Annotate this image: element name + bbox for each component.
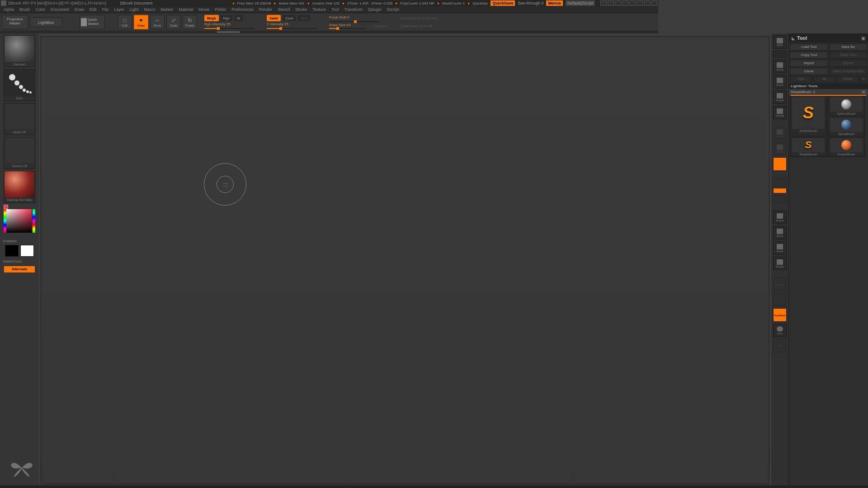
menu-layer[interactable]: Layer: [114, 7, 124, 12]
zsub-button[interactable]: Zsub: [283, 15, 296, 21]
quicksave-button[interactable]: QuickSave: [491, 0, 515, 6]
menu-preferences[interactable]: Preferences: [231, 7, 254, 12]
scale-mode-button[interactable]: ⤢Scale: [166, 15, 181, 29]
menu-stroke[interactable]: Stroke: [295, 7, 307, 12]
color-picker[interactable]: [4, 205, 35, 237]
document-canvas[interactable]: ⬚: [41, 36, 658, 369]
stat-atime: ATime› 0.028: [371, 1, 392, 5]
menu-brush[interactable]: Brush: [19, 7, 30, 12]
material-selector[interactable]: MatCap Red Wax: [4, 171, 35, 203]
draw-size-slider[interactable]: Draw Size 64: [329, 23, 370, 27]
canvas-wrap: ⬚: [39, 33, 658, 369]
menu-render[interactable]: Render: [259, 7, 273, 12]
brush-selector[interactable]: Standard: [4, 35, 35, 67]
menu-file[interactable]: File: [102, 7, 109, 12]
menu-light[interactable]: Light: [130, 7, 139, 12]
primary-color[interactable]: [20, 245, 34, 257]
minimize-icon[interactable]: [637, 0, 643, 6]
menu-macro[interactable]: Macro: [144, 7, 155, 12]
help-icon[interactable]: [629, 0, 636, 6]
gradient-toggle[interactable]: Gradient: [1, 239, 17, 243]
secondary-color[interactable]: [5, 245, 19, 257]
switch-color-button[interactable]: SwitchColor: [1, 258, 24, 264]
dynamic-toggle[interactable]: Dynamic: [373, 24, 387, 28]
stat-freemem: Free Mem 28.256GB: [237, 1, 271, 5]
menu-material[interactable]: Material: [179, 7, 193, 12]
current-color-swatch[interactable]: [4, 205, 8, 209]
menu-edit[interactable]: Edit: [90, 7, 97, 12]
default-script[interactable]: DefaultZScript: [566, 0, 595, 6]
app-title: ZBrush 4R7 P3 [x64][SIUH-QEYF-QWEO-LJTI-…: [8, 1, 106, 5]
stroke-label: Dots: [16, 96, 23, 101]
menu-tool[interactable]: Tool: [331, 7, 339, 12]
lightbox-button[interactable]: LightBox: [30, 17, 62, 27]
app-logo-icon[interactable]: [1, 0, 6, 6]
z-intensity-slider[interactable]: Z Intensity 25: [267, 22, 307, 26]
layout-3-icon[interactable]: [622, 0, 628, 6]
draw-mode-button[interactable]: ✦Draw: [134, 15, 148, 29]
stat-meshcount: MeshCount› 1: [442, 1, 465, 5]
menu-color[interactable]: Color: [36, 7, 46, 12]
seethrough-slider[interactable]: See-through 0: [518, 1, 543, 5]
alpha-selector[interactable]: Alpha Off: [4, 103, 35, 135]
material-label: MatCap Red Wax: [7, 197, 32, 202]
texture-selector[interactable]: Texture Off: [4, 137, 35, 169]
projection-master-button[interactable]: Projection Master: [2, 15, 28, 29]
menu-transform[interactable]: Transform: [344, 7, 363, 12]
stat-quicksav: QuickSav: [472, 1, 488, 5]
menu-stencil[interactable]: Stencil: [278, 7, 290, 12]
menu-alpha[interactable]: Alpha: [4, 7, 14, 12]
menu-draw[interactable]: Draw: [75, 7, 84, 12]
menu-movie[interactable]: Movie: [198, 7, 209, 12]
rgb-intensity-slider[interactable]: Rgb Intensity 25: [204, 22, 245, 26]
top-toolbar: Projection Master LightBox Quick Sketch …: [0, 13, 658, 31]
rotate-mode-button[interactable]: ↻Rotate: [183, 15, 197, 29]
rgb-button[interactable]: Rgb: [221, 15, 233, 21]
document-name: ZBrush Document: [120, 1, 153, 5]
quick-sketch-icon: [81, 18, 87, 26]
texture-label: Texture Off: [12, 164, 27, 169]
focal-shift-slider[interactable]: Focal Shift 0: [329, 15, 370, 19]
alpha-label: Alpha Off: [13, 130, 26, 135]
active-points: ActivePoints: 2.044 Mil: [400, 16, 437, 20]
menu-zscript[interactable]: Zscript: [387, 7, 399, 12]
maximize-icon[interactable]: [644, 0, 650, 6]
move-mode-button[interactable]: ↔Move: [150, 15, 165, 29]
zadd-button[interactable]: Zadd: [267, 15, 281, 21]
brush-cursor-icon: ⬚: [204, 163, 246, 206]
close-icon[interactable]: [651, 0, 657, 6]
stat-polycount: PolyCount› 2.043 MP: [400, 1, 434, 5]
menu-marker[interactable]: Marker: [160, 7, 173, 12]
layout-2-icon[interactable]: [615, 0, 621, 6]
menubar: Alpha Brush Color Document Draw Edit Fil…: [0, 6, 658, 13]
brush-label: Standard: [13, 62, 26, 67]
stat-scratch: Scratch Disk 103: [312, 1, 340, 5]
config-icon[interactable]: [600, 0, 607, 6]
zcut-button[interactable]: Zcut: [298, 15, 311, 21]
menu-document[interactable]: Document: [51, 7, 69, 12]
stroke-selector[interactable]: Dots: [4, 69, 35, 101]
stat-activemem: Active Mem 451: [278, 1, 304, 5]
menus-button[interactable]: Menus: [546, 0, 563, 6]
edit-mode-button[interactable]: □Edit: [118, 15, 132, 29]
mrgb-button[interactable]: Mrgb: [204, 15, 219, 21]
menu-texture[interactable]: Texture: [312, 7, 326, 12]
alternate-button[interactable]: Alternate: [4, 266, 35, 272]
quick-sketch-label: Quick Sketch: [88, 18, 104, 26]
menu-zplugin[interactable]: Zplugin: [368, 7, 382, 12]
total-points: TotalPoints: 2.44 Mil: [400, 24, 437, 28]
titlebar: ZBrush 4R7 P3 [x64][SIUH-QEYF-QWEO-LJTI-…: [0, 0, 658, 6]
stat-ztime: ZTime› 1.495: [347, 1, 368, 5]
quick-sketch-button[interactable]: Quick Sketch: [80, 15, 105, 29]
layout-1-icon[interactable]: [608, 0, 614, 6]
hue-strip-right[interactable]: [33, 209, 35, 233]
left-shelf: Standard Dots Alpha Off Texture Off MatC…: [0, 33, 39, 369]
sv-picker[interactable]: [6, 209, 32, 233]
m-button[interactable]: M: [234, 15, 243, 21]
menu-picker[interactable]: Picker: [215, 7, 226, 12]
